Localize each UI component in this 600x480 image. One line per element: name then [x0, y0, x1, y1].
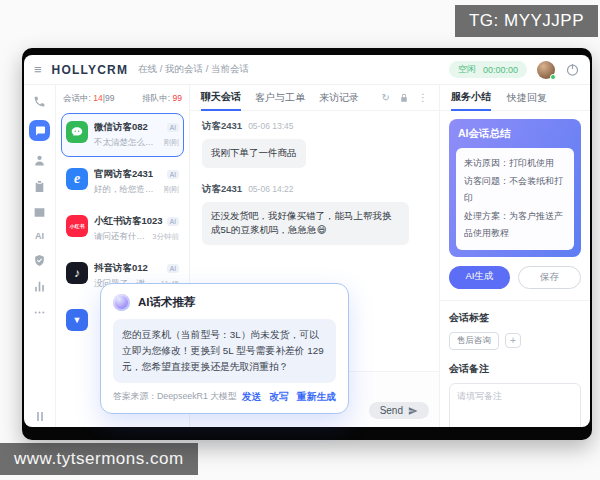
ai-badge: AI: [167, 123, 179, 132]
shield-check-icon[interactable]: [33, 253, 47, 267]
power-icon[interactable]: [565, 62, 580, 77]
conversation-item-web[interactable]: e 官网访客2431AI 好的，给您造成…刚刚: [61, 160, 184, 204]
top-bar: ≡ HOLLYCRM 在线 / 我的会话 / 当前会话 空闲 00:00:00: [24, 55, 590, 85]
ai-badge: AI: [167, 217, 179, 226]
tg-contact-badge: TG: MYYJJPP: [455, 5, 598, 37]
conversation-name: 小红书访客1023: [94, 215, 163, 228]
clipboard-icon[interactable]: [33, 179, 47, 193]
breadcrumb: 在线 / 我的会话 / 当前会话: [138, 63, 249, 76]
image-icon[interactable]: [33, 205, 47, 219]
online-status-dot: [550, 74, 556, 80]
message-group: 访客2431 05-06 13:45 我刚下单了一件商品: [202, 120, 427, 168]
service-panel-body: AI会话总结 来访原因：打印机使用 访客问题：不会装纸和打印 处理方案：为客户推…: [440, 111, 590, 427]
tab-visit-records[interactable]: 来访记录: [319, 85, 359, 110]
lock-icon[interactable]: [399, 93, 409, 103]
tab-service-summary[interactable]: 服务小结: [451, 84, 491, 111]
session-notes-heading: 会话备注: [449, 362, 581, 376]
service-panel: 服务小结 快捷回复 AI会话总结 来访原因：打印机使用 访客问题：不会装纸和打印…: [440, 85, 590, 427]
collapse-rail-icon[interactable]: [37, 412, 43, 421]
ai-badge: AI: [167, 170, 179, 179]
conversation-time: 刚刚: [164, 185, 179, 195]
tab-chat-session[interactable]: 聊天会话: [201, 84, 241, 111]
rewrite-suggestion-button[interactable]: 改写: [269, 391, 289, 404]
douyin-icon: ♪: [66, 262, 88, 284]
send-button-label: Send: [380, 405, 403, 416]
save-button[interactable]: 保存: [518, 266, 581, 289]
summary-line: 来访原因：打印机使用: [464, 155, 566, 173]
send-suggestion-button[interactable]: 发送: [242, 391, 262, 404]
ai-answer-source: 答案来源：DeepseekR1 大模型: [113, 391, 242, 403]
agent-status-pill[interactable]: 空闲 00:00:00: [449, 61, 527, 78]
session-notes-input[interactable]: [449, 383, 581, 427]
conversation-time: 3分钟前: [152, 232, 179, 242]
ai-orb-icon: [113, 294, 130, 311]
message-timestamp: 05-06 14:22: [248, 184, 293, 194]
message-bubble: 还没发货吧，我好像买错了，能马上帮我换成5L的豆浆机吗，急急急😄: [202, 202, 409, 245]
ai-summary-card: AI会话总结 来访原因：打印机使用 访客问题：不会装纸和打印 处理方案：为客户推…: [449, 119, 581, 257]
ai-summary-content: 来访原因：打印机使用 访客问题：不会装纸和打印 处理方案：为客户推送产品使用教程: [456, 148, 574, 250]
chat-tabs: 聊天会话 客户与工单 来访记录 ↻ ⋮: [190, 85, 439, 111]
message-bubble: 我刚下单了一件商品: [202, 139, 306, 168]
tab-quick-replies[interactable]: 快捷回复: [507, 85, 547, 110]
ai-generate-button[interactable]: AI生成: [449, 266, 510, 289]
wechat-icon: [66, 121, 88, 143]
ai-badge: AI: [167, 264, 179, 273]
message-group: 访客2431 05-06 14:22 还没发货吧，我好像买错了，能马上帮我换成5…: [202, 183, 427, 245]
regenerate-suggestion-button[interactable]: 重新生成: [297, 391, 336, 404]
website-badge: www.tytsermons.com: [0, 443, 198, 475]
ai-suggestion-popup: AI话术推荐 您的豆浆机（当前型号：3L）尚未发货，可以立即为您修改！更换到 5…: [100, 283, 349, 414]
conversation-name: 抖音访客012: [94, 262, 163, 275]
summary-line: 处理方案：为客户推送产品使用教程: [464, 208, 566, 243]
ai-suggested-reply: 您的豆浆机（当前型号：3L）尚未发货，可以立即为您修改！更换到 5L 型号需要补…: [113, 319, 336, 383]
app-logo: HOLLYCRM: [52, 63, 129, 77]
in-session-counter: 会话中: 14|99: [63, 93, 114, 105]
conversation-item-wechat[interactable]: 微信访客082AI 不太清楚怎么装…刚刚: [61, 113, 184, 157]
summary-line: 访客问题：不会装纸和打印: [464, 173, 566, 208]
conversation-preview: 不太清楚怎么装…: [94, 137, 161, 149]
send-button[interactable]: Send: [369, 402, 429, 419]
conversation-name: 官网访客2431: [94, 168, 163, 181]
message-timestamp: 05-06 13:45: [248, 121, 293, 131]
send-plane-icon: [408, 406, 418, 416]
ai-summary-title: AI会话总结: [458, 127, 574, 141]
conversation-preview: 请问还有什么可·: [94, 231, 149, 243]
conversation-preview: 好的，给您造成…: [94, 184, 161, 196]
conversation-item-xiaohongshu[interactable]: 小红书 小红书访客1023AI 请问还有什么可·3分钟前: [61, 207, 184, 251]
tab-customer-tickets[interactable]: 客户与工单: [255, 85, 305, 110]
avatar[interactable]: [537, 61, 555, 79]
divider: [440, 300, 590, 301]
app-channel-icon: ▼: [66, 309, 88, 331]
conversation-name: 微信访客082: [94, 121, 163, 134]
history-icon[interactable]: ↻: [382, 93, 390, 103]
phone-icon[interactable]: [33, 94, 47, 108]
add-tag-button[interactable]: +: [505, 333, 521, 348]
browser-icon: e: [66, 168, 88, 190]
contacts-icon[interactable]: [33, 153, 47, 167]
queue-counter: 排队中: 99: [142, 93, 182, 105]
agent-status-label: 空闲: [458, 63, 476, 76]
nav-rail: AI: [24, 85, 56, 427]
xiaohongshu-icon: 小红书: [66, 215, 88, 237]
session-tags-heading: 会话标签: [449, 311, 581, 325]
hamburger-menu-icon[interactable]: ≡: [34, 63, 42, 76]
conversation-time: 刚刚: [164, 138, 179, 148]
service-panel-tabs: 服务小结 快捷回复: [440, 85, 590, 111]
kebab-menu-icon[interactable]: ⋮: [418, 93, 428, 103]
bar-chart-icon[interactable]: [33, 279, 47, 293]
tag-after-sales[interactable]: 售后咨询: [449, 332, 499, 350]
message-sender: 访客2431: [202, 183, 242, 196]
conversation-list-header: 会话中: 14|99 排队中: 99: [61, 91, 184, 113]
ai-nav-label[interactable]: AI: [35, 231, 44, 241]
agent-status-timer: 00:00:00: [483, 65, 518, 75]
ai-popup-title: AI话术推荐: [138, 295, 196, 310]
more-icon[interactable]: [33, 305, 47, 319]
chat-nav-icon-active[interactable]: [29, 120, 50, 141]
message-sender: 访客2431: [202, 120, 242, 133]
